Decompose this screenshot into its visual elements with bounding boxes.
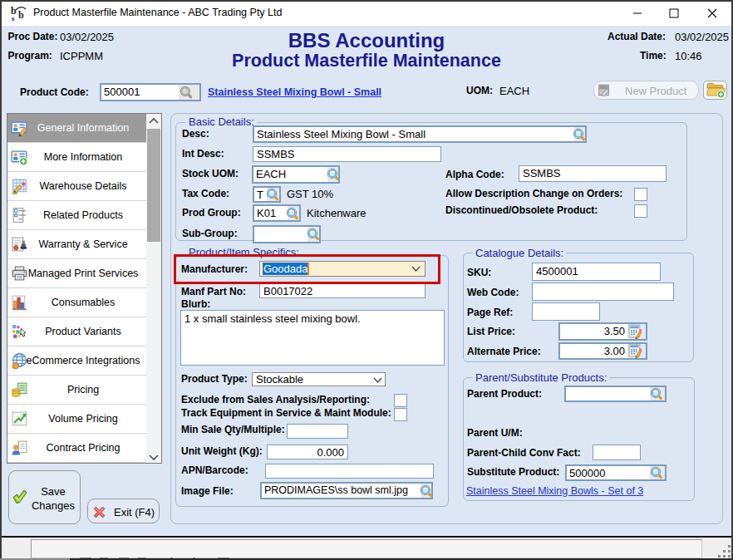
svg-text:b: b xyxy=(18,9,24,21)
svg-text:s: s xyxy=(12,14,15,22)
